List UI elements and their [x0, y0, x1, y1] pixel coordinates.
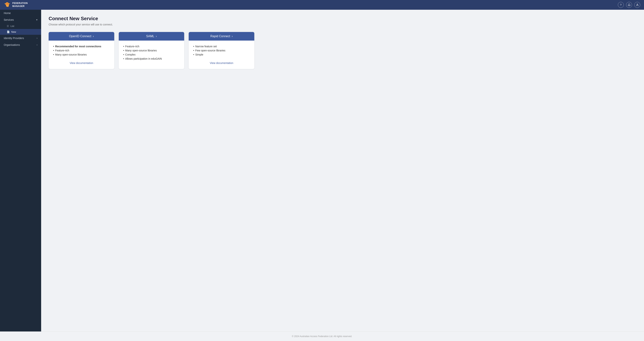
sidebar-item-organisations[interactable]: Organisations ›: [0, 42, 41, 48]
sidebar-item-label: Home: [4, 12, 11, 14]
rapid-connect-button[interactable]: Rapid Connect ›: [189, 32, 254, 40]
arrow-right-icon: ›: [232, 34, 232, 38]
new-icon: 📄: [7, 30, 10, 33]
rapid-connect-card-body: Narrow feature set Few open-source libra…: [189, 40, 254, 69]
app-body: Home Services ▾ ☰ List 📄 New Identity Pr…: [0, 10, 644, 332]
sidebar-item-identity-providers[interactable]: Identity Providers ›: [0, 35, 41, 42]
saml-button[interactable]: SAML ›: [119, 32, 184, 40]
feature-item: Simple: [193, 52, 250, 57]
help-button[interactable]: ?: [618, 2, 624, 8]
rapid-connect-doc-link[interactable]: View documentation: [193, 62, 250, 64]
page-subtitle: Choose which protocol your service will …: [48, 23, 636, 26]
sidebar-item-label: Organisations: [4, 43, 20, 46]
page-footer: © 2024 Australian Access Federation Ltd.…: [0, 332, 644, 341]
feature-item: Complex: [123, 52, 180, 57]
openid-connect-button[interactable]: OpenID Connect ›: [48, 32, 114, 40]
user-button[interactable]: [634, 2, 640, 8]
feature-item: Few open-source libraries: [193, 48, 250, 52]
header-actions: ?: [618, 2, 640, 8]
sidebar-subitem-list[interactable]: ☰ List: [0, 23, 41, 29]
sidebar-item-label: Identity Providers: [4, 37, 24, 40]
logo-text: FEDERATION MANAGER: [12, 2, 28, 8]
openid-connect-card: OpenID Connect › Recommended for most co…: [48, 32, 114, 69]
openid-connect-label: OpenID Connect: [69, 34, 91, 38]
logo: FEDERATION MANAGER: [4, 2, 28, 8]
saml-card: SAML › Feature-rich Many open-source lib…: [119, 32, 184, 69]
sidebar-item-services[interactable]: Services ▾: [0, 16, 41, 23]
feature-item: Many open-source libraries: [123, 48, 180, 52]
sidebar-item-home[interactable]: Home: [0, 10, 41, 16]
list-icon: ☰: [7, 25, 9, 28]
notifications-button[interactable]: [626, 2, 632, 8]
feature-item: Recommended for most connections: [53, 44, 110, 48]
sidebar-item-label: Services: [4, 18, 14, 21]
feature-item: Feature-rich: [123, 44, 180, 48]
page-title: Connect New Service: [48, 16, 636, 22]
saml-label: SAML: [146, 34, 154, 38]
main-content: Connect New Service Choose which protoco…: [41, 10, 644, 332]
feature-item: Allows participation in eduGAIN: [123, 57, 180, 61]
svg-point-0: [637, 4, 638, 5]
feature-item: Narrow feature set: [193, 44, 250, 48]
rapid-connect-card: Rapid Connect › Narrow feature set Few o…: [189, 32, 254, 69]
arrow-right-icon: ›: [93, 34, 94, 38]
app-header: FEDERATION MANAGER ?: [0, 0, 644, 10]
rapid-connect-label: Rapid Connect: [210, 34, 230, 38]
footer-text: © 2024 Australian Access Federation Ltd.…: [292, 335, 352, 338]
sidebar: Home Services ▾ ☰ List 📄 New Identity Pr…: [0, 10, 41, 332]
arrow-right-icon: ›: [156, 34, 157, 38]
openid-doc-link[interactable]: View documentation: [53, 62, 110, 64]
saml-features-list: Feature-rich Many open-source libraries …: [123, 44, 180, 61]
openid-features-list: Recommended for most connections Feature…: [53, 44, 110, 58]
sidebar-subitem-label: List: [10, 25, 14, 28]
chevron-right-icon: ›: [37, 37, 38, 40]
chevron-right-icon: ›: [37, 44, 38, 46]
feature-item: Many open-source libraries: [53, 52, 110, 57]
cards-grid: OpenID Connect › Recommended for most co…: [48, 32, 254, 69]
sidebar-subitem-label: New: [11, 30, 16, 33]
saml-card-body: Feature-rich Many open-source libraries …: [119, 40, 184, 69]
logo-icon: [4, 2, 10, 8]
sidebar-subitem-new[interactable]: 📄 New: [0, 29, 41, 35]
rapid-features-list: Narrow feature set Few open-source libra…: [193, 44, 250, 58]
chevron-down-icon: ▾: [36, 18, 38, 21]
openid-connect-card-body: Recommended for most connections Feature…: [48, 40, 114, 69]
feature-item: Feature-rich: [53, 48, 110, 52]
